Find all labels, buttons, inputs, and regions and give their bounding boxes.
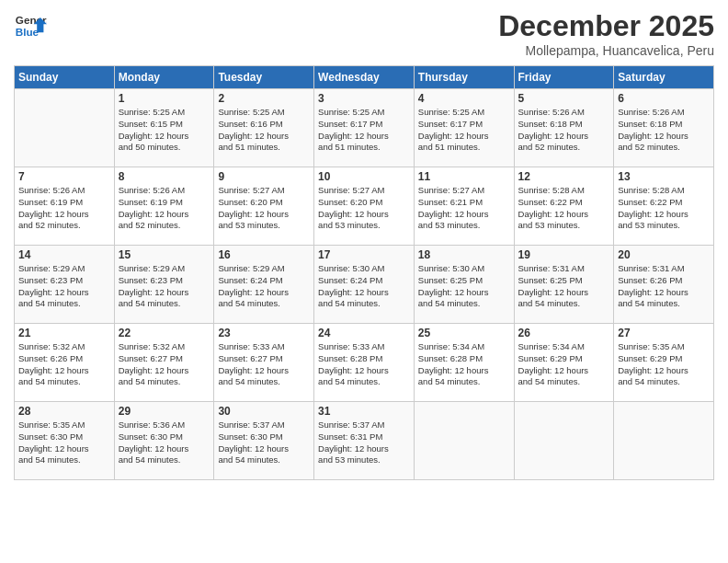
- day-number: 7: [18, 170, 110, 183]
- day-number: 14: [18, 248, 110, 261]
- calendar-cell: 16Sunrise: 5:29 AM Sunset: 6:24 PM Dayli…: [214, 246, 314, 324]
- day-number: 20: [618, 248, 710, 261]
- calendar-cell: 1Sunrise: 5:25 AM Sunset: 6:15 PM Daylig…: [114, 89, 214, 167]
- cell-info: Sunrise: 5:37 AM Sunset: 6:30 PM Dayligh…: [218, 419, 310, 466]
- day-number: 19: [518, 248, 610, 261]
- calendar-cell: 22Sunrise: 5:32 AM Sunset: 6:27 PM Dayli…: [114, 324, 214, 402]
- week-row-1: 1Sunrise: 5:25 AM Sunset: 6:15 PM Daylig…: [15, 89, 714, 167]
- cell-info: Sunrise: 5:26 AM Sunset: 6:18 PM Dayligh…: [618, 107, 710, 154]
- cell-info: Sunrise: 5:31 AM Sunset: 6:26 PM Dayligh…: [618, 263, 710, 310]
- calendar-cell: 8Sunrise: 5:26 AM Sunset: 6:19 PM Daylig…: [114, 167, 214, 246]
- week-row-3: 14Sunrise: 5:29 AM Sunset: 6:23 PM Dayli…: [15, 246, 714, 324]
- cell-info: Sunrise: 5:32 AM Sunset: 6:27 PM Dayligh…: [119, 341, 210, 388]
- day-number: 11: [418, 170, 510, 183]
- day-number: 22: [119, 327, 210, 339]
- cell-info: Sunrise: 5:33 AM Sunset: 6:27 PM Dayligh…: [218, 341, 310, 388]
- cell-info: Sunrise: 5:30 AM Sunset: 6:25 PM Dayligh…: [418, 263, 510, 310]
- calendar-cell: 26Sunrise: 5:34 AM Sunset: 6:29 PM Dayli…: [514, 324, 614, 402]
- calendar-cell: 14Sunrise: 5:29 AM Sunset: 6:23 PM Dayli…: [15, 246, 115, 324]
- calendar-table: Sunday Monday Tuesday Wednesday Thursday…: [14, 65, 714, 480]
- cell-info: Sunrise: 5:37 AM Sunset: 6:31 PM Dayligh…: [318, 419, 410, 466]
- day-number: 3: [318, 92, 410, 105]
- day-number: 12: [518, 170, 610, 183]
- location: Mollepampa, Huancavelica, Peru: [498, 43, 714, 58]
- cell-info: Sunrise: 5:35 AM Sunset: 6:30 PM Dayligh…: [18, 419, 110, 466]
- calendar-cell: 11Sunrise: 5:27 AM Sunset: 6:21 PM Dayli…: [414, 167, 514, 246]
- cell-info: Sunrise: 5:29 AM Sunset: 6:23 PM Dayligh…: [18, 263, 110, 310]
- logo-icon: General Blue: [14, 9, 47, 42]
- cell-info: Sunrise: 5:27 AM Sunset: 6:20 PM Dayligh…: [318, 185, 410, 232]
- cell-info: Sunrise: 5:31 AM Sunset: 6:25 PM Dayligh…: [518, 263, 610, 310]
- month-title: December 2025: [498, 9, 714, 43]
- logo: General Blue: [14, 9, 47, 42]
- title-block: December 2025 Mollepampa, Huancavelica, …: [498, 9, 714, 58]
- calendar-cell: 21Sunrise: 5:32 AM Sunset: 6:26 PM Dayli…: [15, 324, 115, 402]
- cell-info: Sunrise: 5:25 AM Sunset: 6:16 PM Dayligh…: [218, 107, 310, 154]
- week-row-4: 21Sunrise: 5:32 AM Sunset: 6:26 PM Dayli…: [15, 324, 714, 402]
- calendar-cell: 23Sunrise: 5:33 AM Sunset: 6:27 PM Dayli…: [214, 324, 314, 402]
- day-number: 17: [318, 248, 410, 261]
- col-friday: Friday: [514, 66, 614, 89]
- calendar-cell: 7Sunrise: 5:26 AM Sunset: 6:19 PM Daylig…: [15, 167, 115, 246]
- cell-info: Sunrise: 5:25 AM Sunset: 6:17 PM Dayligh…: [318, 107, 410, 154]
- cell-info: Sunrise: 5:34 AM Sunset: 6:29 PM Dayligh…: [518, 341, 610, 388]
- day-number: 13: [618, 170, 710, 183]
- calendar-cell: 17Sunrise: 5:30 AM Sunset: 6:24 PM Dayli…: [314, 246, 415, 324]
- calendar-cell: 20Sunrise: 5:31 AM Sunset: 6:26 PM Dayli…: [614, 246, 714, 324]
- day-number: 9: [218, 170, 310, 183]
- day-number: 29: [119, 405, 210, 418]
- calendar-cell: 10Sunrise: 5:27 AM Sunset: 6:20 PM Dayli…: [314, 167, 415, 246]
- cell-info: Sunrise: 5:30 AM Sunset: 6:24 PM Dayligh…: [318, 263, 410, 310]
- cell-info: Sunrise: 5:29 AM Sunset: 6:23 PM Dayligh…: [119, 263, 210, 310]
- calendar-cell: 30Sunrise: 5:37 AM Sunset: 6:30 PM Dayli…: [214, 402, 314, 480]
- day-number: 16: [218, 248, 310, 261]
- cell-info: Sunrise: 5:35 AM Sunset: 6:29 PM Dayligh…: [618, 341, 710, 388]
- calendar-cell: 28Sunrise: 5:35 AM Sunset: 6:30 PM Dayli…: [15, 402, 115, 480]
- day-number: 8: [119, 170, 210, 183]
- calendar-cell: 24Sunrise: 5:33 AM Sunset: 6:28 PM Dayli…: [314, 324, 415, 402]
- day-number: 30: [218, 405, 310, 418]
- day-number: 23: [218, 327, 310, 339]
- day-number: 28: [18, 405, 110, 418]
- calendar-cell: [514, 402, 614, 480]
- cell-info: Sunrise: 5:26 AM Sunset: 6:19 PM Dayligh…: [119, 185, 210, 232]
- cell-info: Sunrise: 5:27 AM Sunset: 6:21 PM Dayligh…: [418, 185, 510, 232]
- calendar-cell: 4Sunrise: 5:25 AM Sunset: 6:17 PM Daylig…: [414, 89, 514, 167]
- day-number: 31: [318, 405, 410, 418]
- cell-info: Sunrise: 5:34 AM Sunset: 6:28 PM Dayligh…: [418, 341, 510, 388]
- week-row-2: 7Sunrise: 5:26 AM Sunset: 6:19 PM Daylig…: [15, 167, 714, 246]
- cell-info: Sunrise: 5:26 AM Sunset: 6:18 PM Dayligh…: [518, 107, 610, 154]
- calendar-cell: 18Sunrise: 5:30 AM Sunset: 6:25 PM Dayli…: [414, 246, 514, 324]
- calendar-cell: 31Sunrise: 5:37 AM Sunset: 6:31 PM Dayli…: [314, 402, 415, 480]
- cell-info: Sunrise: 5:25 AM Sunset: 6:15 PM Dayligh…: [119, 107, 210, 154]
- calendar-cell: 12Sunrise: 5:28 AM Sunset: 6:22 PM Dayli…: [514, 167, 614, 246]
- page-container: General Blue December 2025 Mollepampa, H…: [0, 0, 728, 489]
- cell-info: Sunrise: 5:26 AM Sunset: 6:19 PM Dayligh…: [18, 185, 110, 232]
- cell-info: Sunrise: 5:36 AM Sunset: 6:30 PM Dayligh…: [119, 419, 210, 466]
- col-wednesday: Wednesday: [314, 66, 415, 89]
- calendar-cell: [414, 402, 514, 480]
- header: General Blue December 2025 Mollepampa, H…: [14, 9, 714, 58]
- cell-info: Sunrise: 5:29 AM Sunset: 6:24 PM Dayligh…: [218, 263, 310, 310]
- calendar-cell: [15, 89, 115, 167]
- cell-info: Sunrise: 5:32 AM Sunset: 6:26 PM Dayligh…: [18, 341, 110, 388]
- day-number: 25: [418, 327, 510, 339]
- day-number: 15: [119, 248, 210, 261]
- day-number: 10: [318, 170, 410, 183]
- col-sunday: Sunday: [15, 66, 115, 89]
- calendar-cell: [614, 402, 714, 480]
- day-number: 24: [318, 327, 410, 339]
- calendar-cell: 27Sunrise: 5:35 AM Sunset: 6:29 PM Dayli…: [614, 324, 714, 402]
- day-number: 26: [518, 327, 610, 339]
- cell-info: Sunrise: 5:33 AM Sunset: 6:28 PM Dayligh…: [318, 341, 410, 388]
- calendar-cell: 3Sunrise: 5:25 AM Sunset: 6:17 PM Daylig…: [314, 89, 415, 167]
- cell-info: Sunrise: 5:28 AM Sunset: 6:22 PM Dayligh…: [618, 185, 710, 232]
- week-row-5: 28Sunrise: 5:35 AM Sunset: 6:30 PM Dayli…: [15, 402, 714, 480]
- day-number: 5: [518, 92, 610, 105]
- calendar-cell: 5Sunrise: 5:26 AM Sunset: 6:18 PM Daylig…: [514, 89, 614, 167]
- col-tuesday: Tuesday: [214, 66, 314, 89]
- calendar-cell: 19Sunrise: 5:31 AM Sunset: 6:25 PM Dayli…: [514, 246, 614, 324]
- calendar-cell: 29Sunrise: 5:36 AM Sunset: 6:30 PM Dayli…: [114, 402, 214, 480]
- calendar-cell: 15Sunrise: 5:29 AM Sunset: 6:23 PM Dayli…: [114, 246, 214, 324]
- header-row: Sunday Monday Tuesday Wednesday Thursday…: [15, 66, 714, 89]
